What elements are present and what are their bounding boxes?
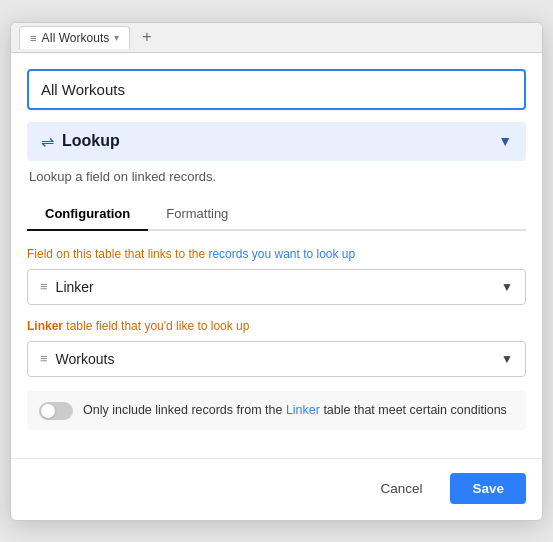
workouts-dropdown-value: Workouts — [56, 351, 502, 367]
workouts-label-suffix: table field that you'd like to look up — [63, 319, 249, 333]
workouts-dropdown[interactable]: ≡ Workouts ▼ — [27, 341, 526, 377]
workouts-dropdown-chevron-icon: ▼ — [501, 352, 513, 366]
tab-bar-icon: ≡ — [30, 32, 36, 44]
config-tabs: Configuration Formatting — [27, 198, 526, 231]
field-name-input[interactable] — [27, 69, 526, 110]
save-button[interactable]: Save — [450, 473, 526, 504]
workouts-label-prefix: Linker — [27, 319, 63, 333]
lookup-chevron-icon: ▼ — [498, 133, 512, 149]
conditions-toggle-label: Only include linked records from the Lin… — [83, 401, 507, 420]
modal-window: ≡ AIl Workouts ▾ + ⇌ Lookup ▼ Lookup a f… — [10, 22, 543, 521]
tab-bar: ≡ AIl Workouts ▾ + — [11, 23, 542, 53]
linker-field-label-link: records you want to look up — [208, 247, 355, 261]
tab-formatting[interactable]: Formatting — [148, 198, 246, 231]
modal-body: ⇌ Lookup ▼ Lookup a field on linked reco… — [11, 53, 542, 446]
configuration-panel: Field on this table that links to the re… — [27, 247, 526, 430]
linker-field-label: Field on this table that links to the re… — [27, 247, 526, 261]
linker-dropdown-value: Linker — [56, 279, 502, 295]
tab-bar-label: AIl Workouts — [41, 31, 109, 45]
tab-configuration[interactable]: Configuration — [27, 198, 148, 231]
toggle-knob — [41, 404, 55, 418]
linker-dropdown[interactable]: ≡ Linker ▼ — [27, 269, 526, 305]
linker-field-label-prefix: Field on this table that links to the — [27, 247, 208, 261]
linker-dropdown-chevron-icon: ▼ — [501, 280, 513, 294]
conditions-toggle[interactable] — [39, 402, 73, 420]
linker-dropdown-icon: ≡ — [40, 279, 48, 294]
workouts-field-label: Linker table field that you'd like to lo… — [27, 319, 526, 333]
workouts-dropdown-icon: ≡ — [40, 351, 48, 366]
tab-bar-active-tab[interactable]: ≡ AIl Workouts ▾ — [19, 26, 130, 49]
toggle-text-link: Linker — [286, 403, 320, 417]
toggle-text-suffix: table that meet certain conditions — [320, 403, 507, 417]
lookup-icon: ⇌ — [41, 132, 54, 151]
toggle-text-prefix: Only include linked records from the — [83, 403, 286, 417]
lookup-header-left: ⇌ Lookup — [41, 132, 120, 151]
lookup-label: Lookup — [62, 132, 120, 150]
tab-bar-chevron-icon: ▾ — [114, 32, 119, 43]
conditions-toggle-row: Only include linked records from the Lin… — [27, 391, 526, 430]
lookup-description: Lookup a field on linked records. — [27, 169, 526, 184]
cancel-button[interactable]: Cancel — [362, 473, 440, 504]
modal-footer: Cancel Save — [11, 458, 542, 520]
add-tab-button[interactable]: + — [136, 26, 157, 48]
lookup-type-selector[interactable]: ⇌ Lookup ▼ — [27, 122, 526, 161]
